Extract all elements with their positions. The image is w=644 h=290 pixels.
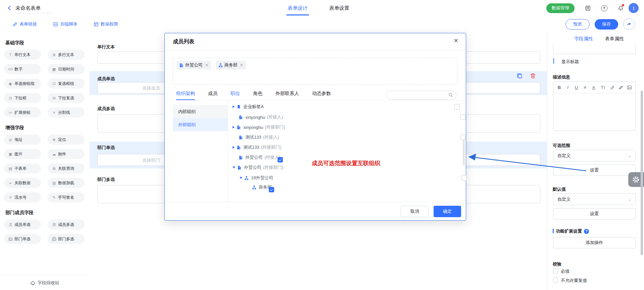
field-type-select[interactable]: ⊡下拉框 (4, 93, 41, 103)
tab-members[interactable]: 成员 (208, 87, 217, 100)
italic-icon[interactable]: I (565, 85, 571, 90)
tree-checkbox[interactable] (461, 175, 467, 181)
tree-checkbox-checked[interactable] (269, 187, 274, 192)
help-circle-icon[interactable]: ? (584, 229, 589, 234)
preview-button[interactable]: 预览 (565, 19, 590, 30)
remove-tag-icon[interactable]: ✕ (240, 63, 243, 67)
field-type-multi-line-text[interactable]: ≣多行文本 (48, 50, 85, 60)
field-type-data-load[interactable]: ▥数据加载 (48, 178, 85, 188)
remove-tag-icon[interactable]: ✕ (205, 63, 208, 67)
tree-checkbox[interactable] (454, 104, 460, 109)
field-type-attachment[interactable]: ☁附件 (48, 149, 85, 159)
field-type-extend-button[interactable]: ▭扩展按钮 (4, 107, 41, 117)
field-type-linked-query[interactable]: ⊞关联查询 (48, 163, 85, 174)
field-type-serial-number[interactable]: #流水号 (4, 192, 41, 202)
confirm-button[interactable]: 确定 (434, 206, 461, 217)
align-icon[interactable]: ≡ (583, 85, 588, 90)
caret-expanded-icon[interactable] (233, 166, 235, 168)
field-recycle-bin[interactable]: 字段回收站 (0, 276, 90, 290)
selected-tags-box[interactable]: 外贸公司✕ 商务部✕ (173, 58, 457, 85)
tab-org-structure[interactable]: 组织架构 (176, 87, 195, 100)
close-icon[interactable]: ✕ (454, 37, 458, 44)
caret-collapsed-icon[interactable] (233, 105, 235, 108)
field-type-member-single[interactable]: 成员单选 (4, 220, 41, 230)
tab-positions[interactable]: 职位 (231, 87, 240, 100)
description-editor-body[interactable] (553, 93, 635, 131)
insert-image-icon[interactable] (627, 85, 632, 90)
tree-row[interactable]: 测试133(对接人) (228, 132, 469, 142)
field-type-single-line-text[interactable]: T单行文本 (4, 50, 41, 60)
tab-field-properties[interactable]: 字段属性 (574, 36, 593, 42)
field-type-dept-multi[interactable]: 部门多选 (48, 234, 85, 244)
default-set-button[interactable]: 设置 (553, 208, 636, 220)
copy-field-icon[interactable] (517, 73, 523, 79)
tree-row[interactable]: 商务部 (228, 182, 482, 192)
data-manage-button[interactable]: 数据管理 (546, 3, 575, 13)
selected-tag-waimao[interactable]: 外贸公司✕ (177, 61, 211, 69)
field-type-member-multi[interactable]: 成员多选 (48, 220, 85, 230)
field-type-dept-single[interactable]: 部门单选 (4, 234, 41, 244)
tree-checkbox[interactable] (460, 114, 466, 120)
tree-checkbox-checked[interactable] (278, 157, 283, 162)
add-action-button[interactable]: 添加操作 (553, 237, 636, 248)
data-permission-button[interactable]: 数据权限 (94, 21, 118, 27)
tree-checkbox[interactable] (460, 135, 466, 140)
bold-icon[interactable]: B (557, 85, 562, 90)
tab-external-contacts[interactable]: 外部联系人 (276, 87, 299, 100)
tree-scrollbar[interactable] (463, 140, 465, 165)
panel-scrollbar[interactable] (641, 91, 643, 255)
tab-form-properties[interactable]: 表单属性 (605, 36, 624, 42)
insert-link-icon[interactable] (610, 85, 615, 90)
caret-collapsed-icon[interactable] (233, 126, 235, 129)
show-title-checkbox[interactable] (553, 58, 554, 64)
range-set-button[interactable]: 设置 (553, 164, 636, 176)
tab-dynamic-params[interactable]: 动态参数 (312, 87, 331, 100)
field-type-address[interactable]: ◎地址 (4, 135, 41, 145)
share-button[interactable] (623, 18, 635, 30)
field-type-number[interactable]: 123数字 (4, 64, 41, 74)
field-type-signature[interactable]: ✎手写签名 (48, 192, 85, 202)
tab-roles[interactable]: 角色 (253, 87, 262, 100)
side-item-external-org[interactable]: 外部组织 (173, 118, 228, 131)
tab-form-settings[interactable]: 表单设置 (329, 0, 349, 16)
field-type-location[interactable]: ⊕定位 (48, 135, 85, 145)
form-title[interactable]: 未命名表单 (15, 5, 41, 11)
user-avatar[interactable]: 1 (629, 3, 639, 13)
field-type-image[interactable]: ▣图片 (4, 149, 41, 159)
cancel-button[interactable]: 取消 (401, 206, 429, 217)
form-link-button[interactable]: 表单链接 (12, 21, 37, 27)
required-checkbox[interactable] (553, 269, 558, 274)
contacts-icon[interactable] (584, 5, 591, 11)
field-type-subform[interactable]: ▤子表单 (4, 163, 41, 174)
help-icon[interactable]: ? (601, 5, 607, 11)
description-editor[interactable]: B I U ≡ A Tт (553, 82, 636, 131)
default-value-select[interactable]: 自定义 ⌄ (553, 193, 636, 205)
field-type-checkbox-group[interactable]: ☑复选框组 (48, 79, 85, 89)
field-type-datetime[interactable]: ▦日期时间 (48, 64, 85, 74)
field-type-divider[interactable]: ≡分割线 (48, 107, 85, 117)
selectable-range-select[interactable]: 自定义 ⌄ (553, 150, 636, 161)
field-type-radio-group[interactable]: ◉单选按钮组 (4, 79, 41, 89)
side-item-internal-org[interactable]: 内部组织 (173, 105, 228, 118)
tree-row[interactable]: 19外贸公司 (228, 173, 470, 183)
title-input-partial[interactable] (553, 44, 636, 54)
notification-bell-icon[interactable] (617, 5, 624, 11)
caret-collapsed-icon[interactable] (233, 146, 235, 149)
field-type-linked-data[interactable]: ∞关联数据 (4, 178, 41, 188)
tree-row[interactable]: xinyonghu(对接人) (228, 112, 469, 122)
underline-icon[interactable]: U (574, 85, 579, 90)
search-input[interactable] (386, 91, 456, 100)
font-size-icon[interactable]: Tт (600, 85, 606, 90)
delete-field-icon[interactable] (530, 73, 536, 79)
no-duplicate-checkbox[interactable] (553, 278, 558, 283)
tree-row[interactable]: 测试133(对接部门) (228, 142, 463, 152)
save-button[interactable]: 保存 (595, 19, 618, 30)
tab-form-design[interactable]: 表单设计 (288, 0, 308, 16)
font-color-icon[interactable]: A (591, 85, 596, 90)
tree-row[interactable]: xinyonghu(对接部门) (228, 122, 463, 132)
caret-expanded-icon[interactable] (240, 177, 242, 179)
tree-row[interactable]: 企业标签A (228, 102, 463, 112)
backend-script-button[interactable]: 后端脚本 (53, 21, 78, 27)
field-type-multi-select[interactable]: ⊟下拉复选 (48, 93, 85, 103)
selected-tag-shangwubu[interactable]: 商务部✕ (216, 61, 246, 69)
